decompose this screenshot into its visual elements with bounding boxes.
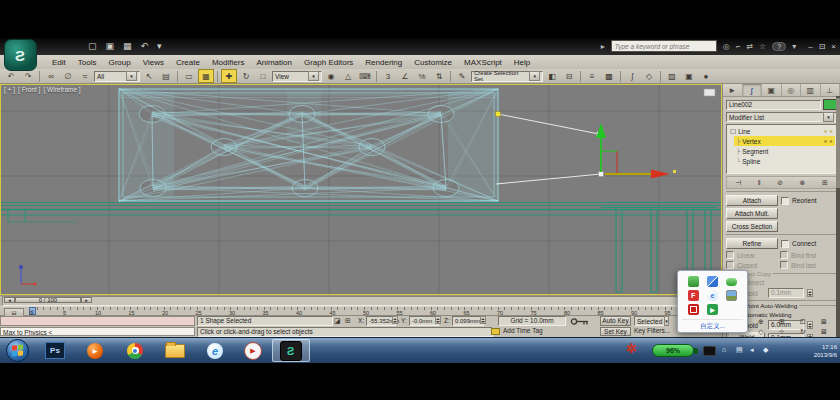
select-and-scale-icon[interactable]: □ xyxy=(255,69,271,83)
pin-stack-icon[interactable]: ⊣ xyxy=(735,179,741,187)
bind-to-spacewarp-icon[interactable]: ≈ xyxy=(77,69,93,83)
select-by-name-icon[interactable]: ▤ xyxy=(158,69,174,83)
stack-item-segment[interactable]: ├ Segment xyxy=(734,146,835,156)
maxscript-mini-listener[interactable]: Max to Physics < xyxy=(0,327,195,336)
set-key-button[interactable]: Set Key xyxy=(600,327,631,336)
menu-customize[interactable]: Customize xyxy=(408,57,458,68)
menu-graph-editors[interactable]: Graph Editors xyxy=(298,57,359,68)
keyword-search-input[interactable] xyxy=(611,40,717,52)
taskbar-chrome[interactable] xyxy=(118,339,152,362)
window-crossing-icon[interactable]: ▦ xyxy=(198,69,214,83)
menu-edit[interactable]: Edit xyxy=(46,57,72,68)
auto-key-button[interactable]: Auto Key xyxy=(600,316,631,326)
graphite-ribbon-icon[interactable]: ▩ xyxy=(601,69,617,83)
stack-item-vertex[interactable]: ├ Vertex ∗ ∗ xyxy=(734,136,835,146)
edit-named-sets-icon[interactable]: ✎ xyxy=(454,69,470,83)
scrollbar-thumb[interactable] xyxy=(836,98,840,188)
select-and-manipulate-icon[interactable]: △ xyxy=(340,69,356,83)
make-unique-icon[interactable]: ⊘ xyxy=(777,179,783,187)
menu-animation[interactable]: Animation xyxy=(250,57,298,68)
max-logo-button[interactable]: S xyxy=(4,39,37,71)
menu-group[interactable]: Group xyxy=(102,57,136,68)
tab-motion-icon[interactable]: ◎ xyxy=(782,84,802,96)
communication-center-icon[interactable]: ⇄ xyxy=(746,42,753,51)
select-and-link-icon[interactable]: ∞ xyxy=(43,69,59,83)
render-production-icon[interactable]: ● xyxy=(698,69,714,83)
show-end-result-icon[interactable]: ‖ xyxy=(758,179,761,186)
save-file-icon[interactable]: ▦ xyxy=(123,41,132,51)
current-frame-display[interactable]: 0 / 100 xyxy=(15,297,81,303)
layer-manager-icon[interactable]: ≡ xyxy=(584,69,600,83)
tray-popup-icon-3[interactable] xyxy=(726,278,737,286)
add-time-tag[interactable]: Add Time Tag xyxy=(503,326,543,336)
time-slider-handle[interactable]: ◂ 0 / 100 ▸ xyxy=(4,297,92,303)
unlink-selection-icon[interactable]: ∅ xyxy=(60,69,76,83)
viewport-canvas[interactable] xyxy=(1,85,721,294)
search-icon[interactable]: ◎ xyxy=(723,42,730,51)
open-file-icon[interactable]: ▣ xyxy=(106,41,115,51)
x-spinner[interactable] xyxy=(392,316,398,324)
configure-modifier-icon[interactable]: ⊞ xyxy=(822,179,828,187)
tab-utilities-icon[interactable]: ⊥ xyxy=(821,84,840,96)
angle-snap-icon[interactable]: ∠ xyxy=(397,69,413,83)
macro-recorder-field[interactable] xyxy=(0,316,195,326)
select-object-icon[interactable]: ↖ xyxy=(141,69,157,83)
tab-display-icon[interactable]: ▥ xyxy=(801,84,821,96)
align-icon[interactable]: ⊟ xyxy=(561,69,577,83)
modifier-list-dropdown[interactable]: Modifier List ▾ xyxy=(726,112,837,122)
zoom-extents-all-icon[interactable]: ⊠ xyxy=(814,317,834,326)
key-filter-scope-dropdown[interactable]: Selected ▾ xyxy=(634,316,668,326)
time-tag-icon[interactable] xyxy=(491,328,500,335)
action-center-icon[interactable]: ▤ xyxy=(736,346,743,354)
taskbar-media-player-red[interactable]: ▶ xyxy=(236,339,270,362)
tray-popup-icon-6[interactable] xyxy=(726,290,737,301)
taskbar-explorer[interactable] xyxy=(158,339,192,362)
viewport-front[interactable]: [ + ] [ Front ] [ Wireframe ] xyxy=(0,84,722,295)
select-and-rotate-icon[interactable]: ↻ xyxy=(238,69,254,83)
tray-popup-icon-5[interactable]: e xyxy=(707,290,718,301)
select-and-move-icon[interactable]: ✚ xyxy=(221,69,237,83)
tray-popup-icon-1[interactable] xyxy=(688,276,699,287)
menu-tools[interactable]: Tools xyxy=(72,57,103,68)
render-setup-icon[interactable]: ▨ xyxy=(664,69,680,83)
tray-popup-icon-7[interactable] xyxy=(688,304,699,315)
orbit-icon[interactable]: ↻ xyxy=(793,327,813,336)
y-spinner[interactable] xyxy=(435,316,441,324)
menu-help[interactable]: Help xyxy=(508,57,536,68)
tab-hierarchy-icon[interactable]: ▣ xyxy=(762,84,782,96)
taskbar-photoshop[interactable]: Ps xyxy=(38,339,72,362)
object-name-field[interactable]: Line002 xyxy=(726,100,821,110)
next-frame-button[interactable]: ▸ xyxy=(81,297,92,303)
favorites-star-icon[interactable]: ☆ xyxy=(759,42,766,51)
named-selection-set-dropdown[interactable]: Create Selection Set ▾ xyxy=(471,71,543,82)
new-scene-icon[interactable]: ▢ xyxy=(88,41,97,51)
menu-views[interactable]: Views xyxy=(137,57,170,68)
selection-filter-dropdown[interactable]: All ▾ xyxy=(94,71,140,82)
help-caret-icon[interactable]: ▾ xyxy=(792,42,796,51)
license-key-icon[interactable]: ⌐ xyxy=(736,42,741,51)
spinner-snap-icon[interactable]: ⇅ xyxy=(431,69,447,83)
key-filters-button[interactable]: Key Filters... xyxy=(634,326,670,336)
tray-customize-link[interactable]: 自定义... xyxy=(682,319,743,331)
schematic-view-icon[interactable]: ◇ xyxy=(641,69,657,83)
rendered-frame-window-icon[interactable]: ▣ xyxy=(681,69,697,83)
maximize-viewport-icon[interactable]: ⊠ xyxy=(814,327,834,336)
snap-toggle-3d-icon[interactable]: 3 xyxy=(380,69,396,83)
zoom-icon[interactable]: ⊕ xyxy=(751,317,771,326)
attach-button[interactable]: Attach xyxy=(726,195,778,206)
tray-black-icon[interactable] xyxy=(703,346,716,356)
tray-popup-icon-8[interactable]: ▶ xyxy=(707,304,718,315)
menu-maxscript[interactable]: MAXScript xyxy=(458,57,508,68)
viewport-menu-shading[interactable]: [ Wireframe ] xyxy=(43,86,80,93)
minimize-button[interactable]: – xyxy=(808,42,812,51)
viewport-menu-view[interactable]: [ Front ] xyxy=(18,86,40,93)
use-pivot-center-icon[interactable]: ◉ xyxy=(323,69,339,83)
viewport-menu-general[interactable]: [ + ] xyxy=(4,86,15,93)
pan-icon[interactable]: ⊹ xyxy=(772,327,792,336)
tray-popup-icon-2[interactable] xyxy=(707,276,718,287)
stack-item-spline[interactable]: └ Spline xyxy=(734,156,835,166)
battery-indicator[interactable]: 96% xyxy=(652,344,694,357)
taskbar-3dsmax-active[interactable]: S xyxy=(272,339,310,362)
taskbar-media-player-orange[interactable]: ▶ xyxy=(78,339,112,362)
start-button[interactable] xyxy=(6,339,29,362)
